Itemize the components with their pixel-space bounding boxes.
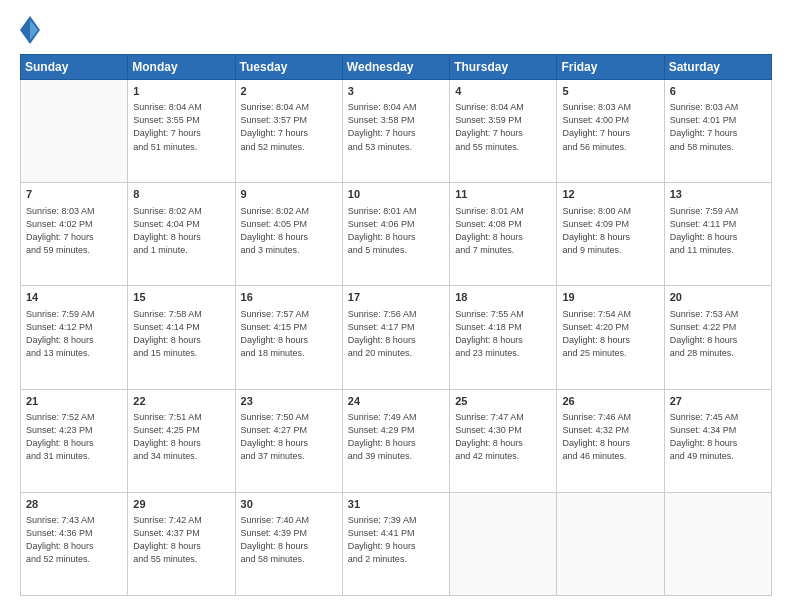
day-number: 17: [348, 290, 444, 305]
cell-content: Sunrise: 7:49 AMSunset: 4:29 PMDaylight:…: [348, 411, 444, 463]
cell-content: Sunrise: 8:02 AMSunset: 4:04 PMDaylight:…: [133, 205, 229, 257]
header: [20, 16, 772, 44]
calendar-cell: 6Sunrise: 8:03 AMSunset: 4:01 PMDaylight…: [664, 80, 771, 183]
calendar-cell: 17Sunrise: 7:56 AMSunset: 4:17 PMDayligh…: [342, 286, 449, 389]
day-number: 28: [26, 497, 122, 512]
cell-content: Sunrise: 8:03 AMSunset: 4:01 PMDaylight:…: [670, 101, 766, 153]
calendar-header-tuesday: Tuesday: [235, 55, 342, 80]
calendar-cell: [664, 492, 771, 595]
calendar-cell: 23Sunrise: 7:50 AMSunset: 4:27 PMDayligh…: [235, 389, 342, 492]
day-number: 20: [670, 290, 766, 305]
page: SundayMondayTuesdayWednesdayThursdayFrid…: [0, 0, 792, 612]
day-number: 18: [455, 290, 551, 305]
calendar-header-saturday: Saturday: [664, 55, 771, 80]
cell-content: Sunrise: 7:57 AMSunset: 4:15 PMDaylight:…: [241, 308, 337, 360]
cell-content: Sunrise: 7:52 AMSunset: 4:23 PMDaylight:…: [26, 411, 122, 463]
calendar-cell: 25Sunrise: 7:47 AMSunset: 4:30 PMDayligh…: [450, 389, 557, 492]
day-number: 10: [348, 187, 444, 202]
calendar-cell: 3Sunrise: 8:04 AMSunset: 3:58 PMDaylight…: [342, 80, 449, 183]
cell-content: Sunrise: 7:39 AMSunset: 4:41 PMDaylight:…: [348, 514, 444, 566]
cell-content: Sunrise: 8:04 AMSunset: 3:55 PMDaylight:…: [133, 101, 229, 153]
day-number: 22: [133, 394, 229, 409]
calendar-cell: 7Sunrise: 8:03 AMSunset: 4:02 PMDaylight…: [21, 183, 128, 286]
cell-content: Sunrise: 8:01 AMSunset: 4:06 PMDaylight:…: [348, 205, 444, 257]
cell-content: Sunrise: 7:58 AMSunset: 4:14 PMDaylight:…: [133, 308, 229, 360]
calendar-week-3: 14Sunrise: 7:59 AMSunset: 4:12 PMDayligh…: [21, 286, 772, 389]
day-number: 27: [670, 394, 766, 409]
calendar-header-row: SundayMondayTuesdayWednesdayThursdayFrid…: [21, 55, 772, 80]
day-number: 3: [348, 84, 444, 99]
day-number: 4: [455, 84, 551, 99]
calendar-header-sunday: Sunday: [21, 55, 128, 80]
calendar-cell: 19Sunrise: 7:54 AMSunset: 4:20 PMDayligh…: [557, 286, 664, 389]
cell-content: Sunrise: 7:40 AMSunset: 4:39 PMDaylight:…: [241, 514, 337, 566]
calendar-cell: [450, 492, 557, 595]
calendar-week-4: 21Sunrise: 7:52 AMSunset: 4:23 PMDayligh…: [21, 389, 772, 492]
day-number: 31: [348, 497, 444, 512]
calendar-header-monday: Monday: [128, 55, 235, 80]
cell-content: Sunrise: 7:55 AMSunset: 4:18 PMDaylight:…: [455, 308, 551, 360]
calendar-cell: [21, 80, 128, 183]
day-number: 21: [26, 394, 122, 409]
cell-content: Sunrise: 7:56 AMSunset: 4:17 PMDaylight:…: [348, 308, 444, 360]
cell-content: Sunrise: 7:46 AMSunset: 4:32 PMDaylight:…: [562, 411, 658, 463]
calendar-cell: 5Sunrise: 8:03 AMSunset: 4:00 PMDaylight…: [557, 80, 664, 183]
cell-content: Sunrise: 7:45 AMSunset: 4:34 PMDaylight:…: [670, 411, 766, 463]
calendar-cell: 26Sunrise: 7:46 AMSunset: 4:32 PMDayligh…: [557, 389, 664, 492]
calendar-cell: 15Sunrise: 7:58 AMSunset: 4:14 PMDayligh…: [128, 286, 235, 389]
cell-content: Sunrise: 7:54 AMSunset: 4:20 PMDaylight:…: [562, 308, 658, 360]
calendar-week-5: 28Sunrise: 7:43 AMSunset: 4:36 PMDayligh…: [21, 492, 772, 595]
day-number: 24: [348, 394, 444, 409]
cell-content: Sunrise: 7:53 AMSunset: 4:22 PMDaylight:…: [670, 308, 766, 360]
cell-content: Sunrise: 8:00 AMSunset: 4:09 PMDaylight:…: [562, 205, 658, 257]
day-number: 7: [26, 187, 122, 202]
cell-content: Sunrise: 8:04 AMSunset: 3:58 PMDaylight:…: [348, 101, 444, 153]
calendar-table: SundayMondayTuesdayWednesdayThursdayFrid…: [20, 54, 772, 596]
day-number: 15: [133, 290, 229, 305]
day-number: 26: [562, 394, 658, 409]
calendar-week-2: 7Sunrise: 8:03 AMSunset: 4:02 PMDaylight…: [21, 183, 772, 286]
calendar-cell: 30Sunrise: 7:40 AMSunset: 4:39 PMDayligh…: [235, 492, 342, 595]
cell-content: Sunrise: 7:50 AMSunset: 4:27 PMDaylight:…: [241, 411, 337, 463]
calendar-cell: 22Sunrise: 7:51 AMSunset: 4:25 PMDayligh…: [128, 389, 235, 492]
day-number: 12: [562, 187, 658, 202]
day-number: 9: [241, 187, 337, 202]
day-number: 16: [241, 290, 337, 305]
day-number: 30: [241, 497, 337, 512]
calendar-cell: 13Sunrise: 7:59 AMSunset: 4:11 PMDayligh…: [664, 183, 771, 286]
calendar-cell: 16Sunrise: 7:57 AMSunset: 4:15 PMDayligh…: [235, 286, 342, 389]
day-number: 2: [241, 84, 337, 99]
day-number: 6: [670, 84, 766, 99]
cell-content: Sunrise: 7:47 AMSunset: 4:30 PMDaylight:…: [455, 411, 551, 463]
calendar-cell: 21Sunrise: 7:52 AMSunset: 4:23 PMDayligh…: [21, 389, 128, 492]
cell-content: Sunrise: 7:43 AMSunset: 4:36 PMDaylight:…: [26, 514, 122, 566]
calendar-cell: 8Sunrise: 8:02 AMSunset: 4:04 PMDaylight…: [128, 183, 235, 286]
calendar-cell: 11Sunrise: 8:01 AMSunset: 4:08 PMDayligh…: [450, 183, 557, 286]
day-number: 19: [562, 290, 658, 305]
cell-content: Sunrise: 8:04 AMSunset: 3:59 PMDaylight:…: [455, 101, 551, 153]
calendar-cell: 9Sunrise: 8:02 AMSunset: 4:05 PMDaylight…: [235, 183, 342, 286]
cell-content: Sunrise: 8:03 AMSunset: 4:00 PMDaylight:…: [562, 101, 658, 153]
calendar-cell: 28Sunrise: 7:43 AMSunset: 4:36 PMDayligh…: [21, 492, 128, 595]
calendar-week-1: 1Sunrise: 8:04 AMSunset: 3:55 PMDaylight…: [21, 80, 772, 183]
calendar-header-wednesday: Wednesday: [342, 55, 449, 80]
logo-icon: [20, 16, 40, 44]
calendar-cell: 27Sunrise: 7:45 AMSunset: 4:34 PMDayligh…: [664, 389, 771, 492]
calendar-cell: 24Sunrise: 7:49 AMSunset: 4:29 PMDayligh…: [342, 389, 449, 492]
day-number: 5: [562, 84, 658, 99]
logo: [20, 16, 44, 44]
calendar-cell: 18Sunrise: 7:55 AMSunset: 4:18 PMDayligh…: [450, 286, 557, 389]
day-number: 13: [670, 187, 766, 202]
calendar-cell: 31Sunrise: 7:39 AMSunset: 4:41 PMDayligh…: [342, 492, 449, 595]
cell-content: Sunrise: 8:01 AMSunset: 4:08 PMDaylight:…: [455, 205, 551, 257]
cell-content: Sunrise: 7:51 AMSunset: 4:25 PMDaylight:…: [133, 411, 229, 463]
day-number: 14: [26, 290, 122, 305]
day-number: 23: [241, 394, 337, 409]
day-number: 11: [455, 187, 551, 202]
calendar-cell: 2Sunrise: 8:04 AMSunset: 3:57 PMDaylight…: [235, 80, 342, 183]
calendar-header-friday: Friday: [557, 55, 664, 80]
calendar-cell: 14Sunrise: 7:59 AMSunset: 4:12 PMDayligh…: [21, 286, 128, 389]
calendar-cell: 29Sunrise: 7:42 AMSunset: 4:37 PMDayligh…: [128, 492, 235, 595]
calendar-cell: 10Sunrise: 8:01 AMSunset: 4:06 PMDayligh…: [342, 183, 449, 286]
cell-content: Sunrise: 7:42 AMSunset: 4:37 PMDaylight:…: [133, 514, 229, 566]
